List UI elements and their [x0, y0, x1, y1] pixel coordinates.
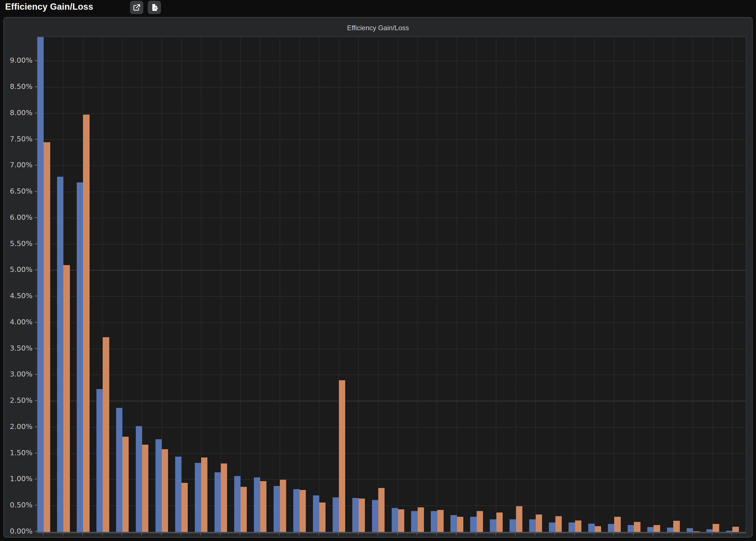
bar-series-blue-2[interactable] — [57, 177, 63, 532]
export-button[interactable] — [148, 1, 161, 14]
bar-series-orange-36[interactable] — [732, 527, 739, 532]
bar-series-blue-12[interactable] — [254, 477, 260, 532]
y-axis-label: 7.50% — [1, 135, 33, 143]
x-tick — [653, 533, 654, 535]
bar-series-blue-15[interactable] — [313, 495, 319, 532]
x-tick — [476, 533, 476, 535]
bar-series-orange-33[interactable] — [673, 521, 680, 532]
bar-series-blue-1[interactable] — [37, 37, 44, 532]
v-gridline — [732, 37, 733, 532]
bar-series-orange-23[interactable] — [477, 511, 483, 532]
bar-series-orange-25[interactable] — [516, 506, 522, 532]
v-gridline — [634, 37, 634, 532]
bar-series-orange-19[interactable] — [398, 509, 404, 532]
h-gridline — [37, 61, 746, 61]
bar-series-blue-8[interactable] — [175, 457, 181, 532]
bar-series-blue-21[interactable] — [431, 511, 437, 532]
bar-series-blue-9[interactable] — [195, 463, 201, 532]
bar-series-blue-19[interactable] — [392, 508, 398, 532]
bar-series-orange-2[interactable] — [63, 265, 70, 532]
bar-series-blue-10[interactable] — [215, 472, 221, 532]
bar-series-orange-29[interactable] — [595, 526, 601, 532]
h-gridline — [37, 87, 746, 88]
bar-series-blue-32[interactable] — [647, 527, 654, 532]
bar-series-orange-34[interactable] — [693, 531, 699, 532]
y-axis-label: 2.00% — [1, 422, 33, 431]
bar-series-orange-6[interactable] — [142, 445, 148, 532]
bar-series-blue-13[interactable] — [274, 486, 280, 532]
bar-series-blue-33[interactable] — [667, 528, 673, 532]
bar-series-orange-8[interactable] — [181, 483, 188, 532]
h-gridline — [37, 139, 746, 140]
y-axis-label: 3.00% — [1, 370, 33, 378]
y-axis-label: 5.00% — [1, 266, 33, 273]
open-external-button[interactable] — [130, 1, 143, 14]
bar-series-orange-32[interactable] — [654, 525, 660, 532]
chart-title: Efficiency Gain/Loss — [4, 24, 752, 32]
bar-series-blue-17[interactable] — [352, 498, 359, 532]
bar-series-orange-17[interactable] — [359, 499, 365, 532]
bar-series-blue-23[interactable] — [470, 517, 476, 532]
bar-series-blue-18[interactable] — [372, 500, 378, 532]
bar-series-orange-10[interactable] — [221, 463, 227, 532]
bar-series-orange-3[interactable] — [83, 115, 89, 532]
bar-series-orange-16[interactable] — [339, 380, 345, 532]
bar-series-blue-16[interactable] — [333, 497, 339, 532]
bar-series-orange-13[interactable] — [280, 480, 286, 532]
bar-series-blue-28[interactable] — [569, 522, 575, 532]
bar-series-orange-27[interactable] — [555, 516, 562, 532]
bar-series-blue-35[interactable] — [706, 529, 713, 532]
bar-series-blue-34[interactable] — [687, 528, 693, 532]
bar-series-blue-27[interactable] — [549, 522, 555, 532]
chart-panel: Efficiency Gain/Loss 0.00%0.50%1.00%1.50… — [3, 17, 753, 538]
bar-series-blue-4[interactable] — [96, 389, 103, 532]
y-axis-label: 0.00% — [1, 527, 33, 535]
page: Efficiency Gain/Loss — [0, 0, 756, 541]
bar-series-orange-28[interactable] — [575, 520, 581, 532]
bar-series-blue-6[interactable] — [136, 426, 142, 532]
bar-series-blue-25[interactable] — [510, 519, 516, 532]
bar-series-blue-29[interactable] — [588, 524, 595, 532]
bar-series-blue-5[interactable] — [116, 408, 122, 532]
bar-series-orange-22[interactable] — [457, 517, 463, 532]
bar-series-orange-14[interactable] — [300, 490, 306, 532]
y-axis-label: 6.00% — [1, 213, 33, 222]
y-tick — [35, 191, 38, 192]
v-gridline — [319, 37, 320, 532]
bar-series-orange-18[interactable] — [378, 488, 385, 532]
bar-series-blue-24[interactable] — [490, 519, 496, 532]
v-gridline — [496, 37, 496, 532]
bar-series-orange-31[interactable] — [634, 522, 640, 532]
bar-series-orange-26[interactable] — [536, 514, 542, 532]
bar-series-orange-35[interactable] — [713, 524, 719, 532]
chart-plot-area[interactable] — [37, 37, 746, 533]
bar-series-blue-7[interactable] — [155, 439, 162, 532]
bar-series-blue-31[interactable] — [628, 525, 634, 532]
bar-series-orange-4[interactable] — [103, 337, 109, 532]
bar-series-orange-12[interactable] — [260, 481, 266, 532]
bar-series-blue-14[interactable] — [293, 489, 300, 532]
bar-series-blue-22[interactable] — [450, 515, 457, 532]
bar-series-blue-11[interactable] — [234, 476, 240, 532]
bar-series-orange-5[interactable] — [122, 437, 129, 532]
bar-series-blue-26[interactable] — [529, 519, 535, 532]
h-gridline — [37, 401, 746, 401]
bar-series-orange-11[interactable] — [240, 487, 247, 532]
x-tick — [515, 533, 516, 535]
bar-series-orange-7[interactable] — [162, 449, 168, 532]
bar-series-orange-24[interactable] — [496, 512, 503, 532]
bar-series-blue-20[interactable] — [411, 511, 417, 532]
bar-series-blue-30[interactable] — [608, 524, 614, 532]
v-gridline — [240, 37, 241, 532]
bar-series-orange-15[interactable] — [319, 502, 326, 532]
bar-series-orange-21[interactable] — [437, 510, 444, 532]
bar-series-orange-1[interactable] — [44, 142, 50, 532]
bar-series-blue-36[interactable] — [726, 531, 732, 532]
bar-series-orange-9[interactable] — [201, 457, 207, 532]
v-gridline — [594, 37, 595, 532]
h-gridline — [37, 270, 746, 270]
y-axis-label: 5.50% — [1, 240, 33, 248]
bar-series-orange-30[interactable] — [614, 517, 620, 532]
bar-series-blue-3[interactable] — [77, 183, 83, 532]
bar-series-orange-20[interactable] — [418, 507, 424, 532]
